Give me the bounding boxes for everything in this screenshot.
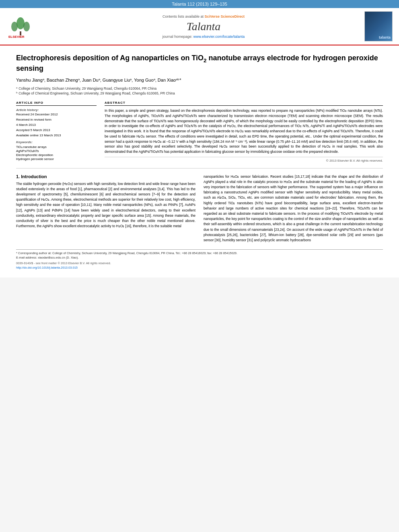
intro-left-text: The stable hydrogen peroxide (H₂O₂) sens… (16, 181, 195, 229)
abstract-column: ABSTRACT In this paper, a simple and gre… (105, 101, 383, 162)
section-divider (16, 168, 383, 168)
keyword-1: TiO₂ nanotube arrays (16, 145, 97, 149)
sciverse-link[interactable]: SciVerse ScienceDirect (205, 14, 245, 18)
homepage-url[interactable]: www.elsevier.com/locate/talanta (193, 35, 245, 39)
keywords-section: Keywords: TiO₂ nanotube arrays AgNPs/TiO… (16, 140, 97, 161)
intro-section-title: 1. Introduction (16, 174, 195, 179)
affiliation-b: ᵇ College of Chemical Engineering, Sichu… (16, 91, 383, 96)
revised-date: 4 March 2013 (16, 123, 97, 127)
corresponding-author-footnote: * Corresponding author at: College of Ch… (16, 251, 383, 256)
accepted-date: Accepted 5 March 2013 (16, 128, 97, 132)
received-date: Received 24 December 2012 (16, 113, 97, 116)
introduction-section: 1. Introduction The stable hydrogen pero… (16, 174, 383, 243)
cover-label: talanta (379, 35, 391, 39)
article-info-heading: ARTICLE INFO (16, 101, 97, 106)
history-label: Article history: (16, 108, 97, 112)
journal-citation: Talanta 112 (2013) 129–135 (172, 2, 227, 6)
keyword-4: Hydrogen peroxide sensor (16, 157, 97, 161)
affiliations: ᵃ College of Chemistry, Sichuan Universi… (16, 86, 383, 97)
main-content: Electrophoresis deposition of Ag nanopar… (0, 45, 399, 277)
keyword-3: Electrophoretic deposition (16, 153, 97, 157)
email-footnote: E-mail address: xiaodanBscu.edu.cn (D. X… (16, 256, 383, 260)
intro-left-column: 1. Introduction The stable hydrogen pero… (16, 174, 195, 243)
keyword-2: AgNPs/TiO₂NTs (16, 149, 97, 153)
available-online: Available online 13 March 2013 (16, 134, 97, 137)
keywords-label: Keywords: (16, 140, 97, 144)
article-info-abstract-section: ARTICLE INFO Article history: Received 2… (16, 101, 383, 162)
footnote-section: * Corresponding author at: College of Ch… (16, 249, 383, 269)
intro-right-column: nanoparticles for H₂O₂ sensor fabricatio… (204, 174, 383, 243)
authors: Yanshu Jiangᵃ, Baozhan Zhengᵃ, Juan Duᵃ,… (16, 78, 383, 83)
svg-point-2 (16, 17, 25, 29)
journal-title: Talanta (47, 20, 360, 33)
elsevier-logo: ELSEVIER (6, 14, 43, 39)
intro-right-text: nanoparticles for H₂O₂ sensor fabricatio… (204, 174, 383, 243)
top-bar: Talanta 112 (2013) 129–135 (0, 0, 399, 8)
affiliation-a: ᵃ College of Chemistry, Sichuan Universi… (16, 86, 383, 91)
journal-center: Contents lists available at SciVerse Sci… (47, 14, 360, 39)
contents-line: Contents lists available at SciVerse Sci… (47, 14, 360, 18)
issn-line: 0039-9140/$ - see front matter © 2013 El… (16, 261, 383, 265)
article-title: Electrophoresis deposition of Ag nanopar… (16, 53, 383, 74)
doi-line[interactable]: http://dx.doi.org/10.1016/j.talanta.2013… (16, 266, 383, 269)
copyright-line: © 2013 Elsevier B.V. All rights reserved… (105, 157, 383, 162)
svg-point-3 (23, 22, 30, 31)
journal-homepage: journal homepage: www.elsevier.com/locat… (47, 35, 360, 39)
svg-text:ELSEVIER: ELSEVIER (8, 35, 25, 39)
received-revised-label: Received in revised form (16, 118, 97, 121)
abstract-text: In this paper, a simple and green strate… (105, 108, 383, 154)
journal-header: ELSEVIER Contents lists available at Sci… (0, 8, 399, 45)
article-info-column: ARTICLE INFO Article history: Received 2… (16, 101, 97, 162)
talanta-cover-image: talanta (364, 11, 393, 41)
abstract-heading: ABSTRACT (105, 101, 383, 106)
